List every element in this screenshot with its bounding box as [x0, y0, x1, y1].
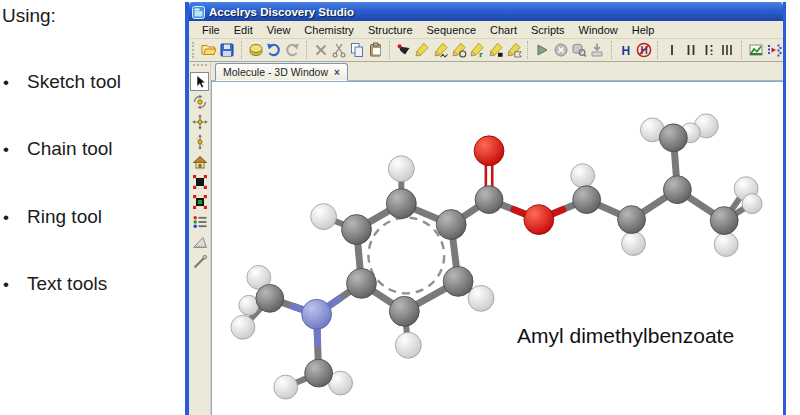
- toolbar-redo-button[interactable]: [283, 40, 301, 60]
- atom-C[interactable]: [436, 210, 466, 240]
- side-fit-view-button[interactable]: [190, 172, 209, 191]
- atom-C[interactable]: [342, 215, 372, 245]
- side-zoom-button[interactable]: [190, 132, 209, 151]
- menu-scripts[interactable]: Scripts: [524, 23, 572, 37]
- atom-C[interactable]: [305, 359, 333, 387]
- toolbar-import-button[interactable]: [588, 40, 606, 60]
- toolbar-align-button[interactable]: [765, 40, 783, 60]
- toolbar-eraser-button[interactable]: [395, 40, 413, 60]
- toolbar-annotation-button[interactable]: [505, 40, 523, 60]
- align-icon: [766, 42, 782, 58]
- atom-C[interactable]: [663, 176, 691, 204]
- atom-C[interactable]: [443, 266, 473, 296]
- side-select-button[interactable]: [190, 72, 209, 91]
- side-wand-button[interactable]: [190, 252, 209, 271]
- atom-H[interactable]: [274, 375, 298, 399]
- side-display-style-button[interactable]: [190, 212, 209, 231]
- sketch-icon: [414, 42, 430, 58]
- bond-triple-icon: [719, 42, 735, 58]
- delete-icon: [313, 42, 329, 58]
- toolbar-grip[interactable]: [192, 42, 197, 58]
- toolbar-chain-button[interactable]: [431, 40, 449, 60]
- atom-H[interactable]: [468, 285, 494, 311]
- menu-sequence[interactable]: Sequence: [420, 23, 484, 37]
- atom-H[interactable]: [395, 332, 421, 358]
- toolbar-chart-button[interactable]: [746, 40, 764, 60]
- atom-C[interactable]: [659, 124, 687, 152]
- toolbar-atom-text-button[interactable]: [487, 40, 505, 60]
- atom-H[interactable]: [714, 233, 738, 257]
- toolbar-db-search-button[interactable]: [570, 40, 588, 60]
- toolbar-save-all-button[interactable]: [246, 40, 264, 60]
- toolbar-bond-single-button[interactable]: [663, 40, 681, 60]
- side-fit-selection-button[interactable]: [190, 192, 209, 211]
- paste-icon: [368, 42, 384, 58]
- menu-window[interactable]: Window: [572, 23, 625, 37]
- atom-C[interactable]: [573, 186, 601, 214]
- toolbar-add-hydrogens-button[interactable]: H: [616, 40, 634, 60]
- menu-view[interactable]: View: [260, 23, 298, 37]
- toolbar-open-button[interactable]: [200, 40, 218, 60]
- viewport-3d[interactable]: Amyl dimethylbenzoate: [211, 81, 783, 415]
- bullet-label: Ring tool: [27, 206, 102, 227]
- toolbar-bond-triple-button[interactable]: [718, 40, 736, 60]
- toolbar-bond-double-button[interactable]: [681, 40, 699, 60]
- side-rotate-button[interactable]: [190, 92, 209, 111]
- bullet-icon: •: [3, 208, 27, 228]
- toolbar-copy-button[interactable]: [348, 40, 366, 60]
- titlebar[interactable]: Accelrys Discovery Studio: [189, 2, 783, 21]
- toolbar-delete-button[interactable]: [311, 40, 329, 60]
- window-title: Accelrys Discovery Studio: [209, 6, 354, 18]
- text-icon: r: [469, 42, 485, 58]
- bullet-label: Chain tool: [27, 138, 113, 159]
- atom-O[interactable]: [524, 205, 554, 235]
- menu-chemistry[interactable]: Chemistry: [297, 23, 361, 37]
- side-measure-button[interactable]: [190, 232, 209, 251]
- menu-edit[interactable]: Edit: [227, 23, 260, 37]
- atom-C[interactable]: [347, 268, 377, 298]
- measure-icon: [192, 234, 208, 250]
- toolbar-cut-button[interactable]: [330, 40, 348, 60]
- atom-C[interactable]: [710, 207, 738, 235]
- toolbar-paste-button[interactable]: [367, 40, 385, 60]
- main-toolbar: rHH: [189, 39, 783, 62]
- atom-C[interactable]: [475, 186, 503, 214]
- atom-O[interactable]: [474, 136, 504, 166]
- fit-view-icon: [192, 174, 208, 190]
- chart-icon: [748, 42, 764, 58]
- sidebar-grip[interactable]: [193, 64, 207, 69]
- atom-H[interactable]: [231, 315, 255, 339]
- side-home-button[interactable]: [190, 152, 209, 171]
- atom-H[interactable]: [622, 232, 646, 256]
- menu-structure[interactable]: Structure: [361, 23, 420, 37]
- menu-file[interactable]: File: [195, 23, 227, 37]
- atom-N[interactable]: [302, 299, 332, 329]
- toolbar-save-button[interactable]: [218, 40, 236, 60]
- display-style-icon: [192, 214, 208, 230]
- atom-H[interactable]: [571, 164, 595, 188]
- tab-molecule-3d-window[interactable]: Molecule - 3D Window ×: [215, 63, 348, 81]
- atom-C[interactable]: [389, 296, 419, 326]
- toolbar-stop-button[interactable]: [552, 40, 570, 60]
- toolbar-run-button[interactable]: [533, 40, 551, 60]
- atom-C[interactable]: [256, 284, 284, 312]
- copy-icon: [349, 42, 365, 58]
- toolbar-ring-button[interactable]: [450, 40, 468, 60]
- annotation-icon: [506, 42, 522, 58]
- side-pan-button[interactable]: [190, 112, 209, 131]
- toolbar-undo-button[interactable]: [265, 40, 283, 60]
- molecule-3d-model[interactable]: [212, 82, 783, 415]
- atom-H[interactable]: [311, 204, 337, 230]
- atom-H[interactable]: [742, 194, 762, 214]
- toolbar-sketch-button[interactable]: [413, 40, 431, 60]
- redo-icon: [284, 42, 300, 58]
- toolbar-text-button[interactable]: r: [468, 40, 486, 60]
- toolbar-bond-partial-button[interactable]: [700, 40, 718, 60]
- tab-close-icon[interactable]: ×: [334, 67, 340, 78]
- atom-H[interactable]: [388, 156, 414, 182]
- atom-C[interactable]: [386, 189, 416, 219]
- menu-chart[interactable]: Chart: [483, 23, 524, 37]
- menu-help[interactable]: Help: [625, 23, 662, 37]
- atom-C[interactable]: [618, 206, 646, 234]
- toolbar-remove-hydrogens-button[interactable]: H: [635, 40, 653, 60]
